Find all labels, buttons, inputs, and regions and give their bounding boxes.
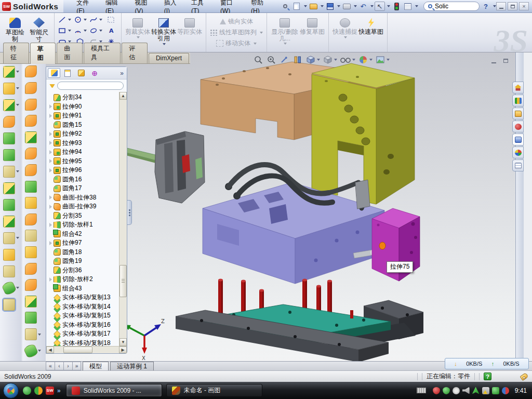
tray-icon[interactable] — [433, 387, 440, 394]
offset-entities-button[interactable]: 等距实体 — [177, 16, 203, 49]
expand-arrow-icon[interactable] — [49, 114, 52, 118]
feature-tree-item[interactable]: 分割34 — [48, 93, 127, 102]
feature-tool-button[interactable] — [3, 99, 19, 111]
expand-arrow-icon[interactable] — [49, 168, 52, 172]
task-pane-tab[interactable] — [512, 134, 524, 145]
zoom-area-icon[interactable] — [265, 55, 278, 65]
feature-tool-button[interactable] — [3, 248, 19, 261]
surface-tool-button[interactable] — [25, 197, 41, 209]
expand-arrow-icon[interactable] — [49, 223, 52, 227]
scroll-thumb[interactable] — [119, 265, 127, 297]
filter-input[interactable] — [57, 82, 124, 90]
pan-icon[interactable] — [278, 55, 291, 65]
surface-tool-button[interactable] — [25, 82, 41, 95]
command-tab[interactable]: 评估 — [122, 43, 148, 63]
dimxpertmanager-tab[interactable]: ⊕ — [88, 68, 101, 78]
flyout-arrow-icon[interactable] — [16, 237, 19, 239]
tray-icon[interactable] — [502, 387, 509, 394]
menu-item[interactable]: 工具(T) — [185, 0, 215, 12]
surface-tool-button[interactable] — [25, 246, 41, 259]
feature-tree-item[interactable]: 实体-移动/复制15 — [48, 311, 127, 321]
surface-tool-button[interactable] — [25, 164, 41, 177]
surface-tool-button[interactable] — [25, 213, 41, 225]
expand-arrow-icon[interactable] — [49, 277, 52, 282]
feature-tool-button[interactable] — [3, 149, 19, 161]
feature-tool-button[interactable] — [3, 82, 19, 95]
flyout-arrow-icon[interactable] — [16, 87, 19, 89]
feature-tool-button[interactable] — [3, 265, 19, 277]
model-tab[interactable]: 模型 — [83, 362, 109, 370]
expand-arrow-icon[interactable] — [49, 132, 52, 136]
menu-item[interactable]: 编辑(E) — [100, 0, 129, 12]
feature-tree-item[interactable]: 拉伸90 — [48, 102, 127, 112]
expand-arrow-icon[interactable] — [49, 150, 52, 154]
scroll-up-button[interactable]: ▲ — [119, 92, 127, 100]
feature-tree-item[interactable]: 切除-放样1 — [48, 220, 127, 230]
doc-restore-button[interactable] — [501, 57, 510, 64]
undo-icon[interactable]: ↶ — [358, 2, 368, 11]
scroll-right-button[interactable]: ▶ — [119, 347, 127, 353]
move-entities-button[interactable]: 移动实体 — [215, 39, 258, 48]
feature-tree-item[interactable]: 拉伸97 — [48, 238, 127, 248]
feature-tree-item[interactable]: 圆角15 — [48, 121, 127, 130]
surface-tool-button[interactable] — [25, 296, 41, 308]
select-caret-icon[interactable] — [387, 5, 390, 7]
feature-tree-item[interactable]: 组合43 — [48, 284, 127, 294]
save-icon[interactable] — [325, 2, 335, 11]
arc-tool[interactable] — [72, 27, 88, 34]
scroll-left-button[interactable]: ◀ — [46, 347, 54, 353]
quicklaunch-chevron-icon[interactable]: » — [57, 387, 61, 394]
options-icon[interactable] — [403, 2, 413, 11]
surface-tool-button[interactable] — [25, 65, 41, 78]
circle-tool[interactable] — [72, 16, 88, 23]
close-button[interactable]: × — [519, 2, 529, 10]
feature-tool-button[interactable] — [3, 215, 19, 228]
feature-tree-item[interactable]: 圆角17 — [48, 184, 127, 193]
surface-tool-button[interactable] — [25, 98, 41, 111]
tree-horizontal-scrollbar[interactable]: ◀ ▶ — [46, 346, 127, 353]
task-pane-tab[interactable] — [512, 121, 524, 132]
scroll-down-button[interactable]: ▼ — [119, 338, 127, 346]
flyout-arrow-icon[interactable] — [16, 170, 19, 172]
tree-vertical-scrollbar[interactable]: ▲ ▼ — [119, 92, 127, 346]
feature-tree-item[interactable]: 实体-移动/复制13 — [48, 293, 127, 302]
command-tab[interactable]: 模具工具 — [84, 43, 121, 63]
feature-tree-item[interactable]: 拉伸94 — [48, 148, 127, 157]
surface-tool-button[interactable] — [25, 312, 41, 324]
tray-icon[interactable] — [462, 387, 470, 394]
solidworks-quicklaunch-icon[interactable]: SW — [46, 387, 54, 395]
expand-arrow-icon[interactable] — [49, 241, 52, 245]
command-tab[interactable]: DimXpert — [149, 53, 189, 63]
surface-tool-button[interactable] — [25, 180, 41, 193]
tab-prev-button[interactable]: ‹ — [55, 362, 63, 370]
feature-tool-button[interactable] — [3, 165, 19, 178]
quick-snaps-button[interactable]: 快速捕捉 — [332, 16, 358, 49]
feature-tool-button[interactable] — [3, 115, 19, 128]
command-tab[interactable]: 特征 — [3, 43, 29, 63]
doc-minimize-button[interactable] — [489, 57, 498, 64]
taskbar-clock[interactable]: 9:41 — [515, 387, 527, 394]
surface-tool-button[interactable] — [25, 262, 41, 275]
expand-arrow-icon[interactable] — [49, 205, 52, 209]
model-tab[interactable]: 运动算例 1 — [110, 362, 154, 370]
flyout-arrow-icon[interactable] — [16, 287, 19, 289]
rebuild-icon[interactable] — [391, 2, 402, 11]
display-delete-relations-button[interactable]: 显示/删除几... — [270, 16, 299, 49]
start-button[interactable] — [3, 383, 19, 398]
feature-tool-button[interactable] — [3, 298, 19, 311]
tray-icon[interactable] — [472, 387, 480, 394]
taskbar-task-button[interactable]: SolidWorks 2009 - ... — [66, 384, 162, 397]
surface-tool-button[interactable] — [25, 115, 41, 127]
expand-arrow-icon[interactable] — [49, 159, 52, 163]
undo-caret-icon[interactable] — [370, 5, 374, 7]
feature-tool-button[interactable] — [3, 232, 19, 244]
convert-entities-button[interactable]: 转换实体引用 — [151, 16, 177, 49]
section-view-icon[interactable] — [291, 55, 304, 65]
feature-tree-item[interactable]: 拉伸93 — [48, 139, 127, 148]
feature-tree-item[interactable]: 曲面-拉伸38 — [48, 193, 127, 203]
search-icon[interactable] — [428, 4, 432, 8]
tags-icon[interactable] — [520, 372, 528, 380]
menu-item[interactable]: 插入(I) — [158, 0, 185, 12]
zoom-fit-icon[interactable] — [252, 55, 265, 65]
surface-tool-button[interactable] — [25, 279, 41, 291]
